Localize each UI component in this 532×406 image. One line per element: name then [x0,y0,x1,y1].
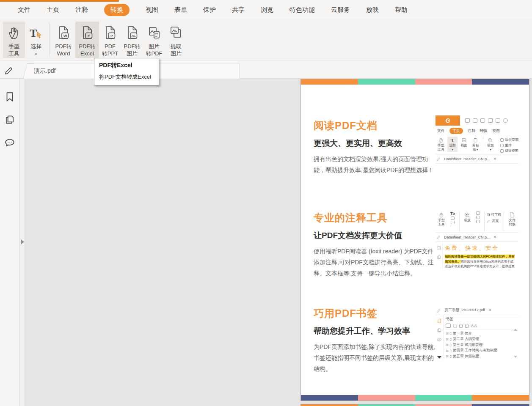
bookmarks-panel-button[interactable] [0,90,19,104]
panel-expand-handle[interactable] [21,239,24,244]
bookmark-item: ⊞▯ 第五章 休假制度 [446,354,518,359]
bookmark-item: ⊞▯ 第二章 入职管理 [446,337,518,343]
bookmarks-panel-toolbar: A A [446,324,518,328]
section-annotation-tools: 专业的注释工具 让PDF文档发挥更大价值 使用福昕PDF阅读器 (foxit r… [314,211,441,279]
svg-text:P: P [110,34,113,38]
hand-tool-button[interactable]: 手型 工具 [3,22,25,58]
section-body: 拥有出色的文档渲染效果,强大的页面管理功能，帮助提升效率,是您阅读PDF的理想选… [314,154,438,176]
pages-icon [437,255,441,260]
mini-tab-close-icon: × [494,235,496,239]
pdf-to-image-icon [121,23,143,43]
toolbar-separator [49,22,50,57]
pdf-to-word-button[interactable]: W PDF转 Word [52,22,75,58]
menu-file[interactable]: 文件 [18,6,30,14]
mini-view-options: 适合页面 重排 旋转视图 [500,137,518,153]
stripe-salmon [358,395,415,401]
bookmark-item: ⊞▯ 第一章 简介 [446,331,518,337]
mini-tab-row: Datasheet_Reader_CN.p... × [436,233,518,242]
scroll-up-icon [514,329,517,331]
stripe-navy [472,404,529,406]
section-subtitle: 让PDF文档发挥更大价值 [314,230,441,241]
section-subtitle: 帮助您提升工作、学习效率 [314,326,441,337]
stripe-orange [472,395,529,401]
ribbon-toolbar: 手型 工具 T 选择 ▾ W PDF转 Word E PD [0,19,532,60]
mini-toolbar-separator [498,137,498,153]
print-icon [480,118,485,123]
mini-sidebar-rail [436,242,443,269]
extract-image-button[interactable]: 提取 图片 [165,22,187,58]
save-icon [473,118,477,123]
menu-protect[interactable]: 保护 [203,6,216,14]
svg-text:W: W [63,34,67,38]
bookmark-item: ⊞▯ 第四章 工作时间与考勤制度 [446,348,518,354]
menu-convert-active[interactable]: 转换 [104,4,130,16]
mini-toolbar: 手型工具 Tb 缩放 TI打 [436,210,518,233]
select-tool-button[interactable]: T 选择 ▾ [25,22,47,58]
menu-share[interactable]: 共享 [232,6,245,14]
section-bookmarks: 巧用PDF书签 帮助您提升工作、学习效率 为PDF页面添加书签,除了实现内容的快… [314,307,441,374]
pdf-to-excel-button[interactable]: E PDF转 Excel [75,22,99,58]
folder-icon [465,118,470,123]
body-text: 企业和政府机构的PDF查看需求而设计，提供批量 [445,264,515,268]
stripe-navy [472,79,529,85]
bookmark-item: ⊞▯ 第三章 试用期管理 [446,342,518,348]
mini-tab-row: 员工手册_20120917.pdf × [436,306,518,315]
screenshot-bookmarks-ui: 员工手册_20120917.pdf × 书签 [436,306,518,364]
menu-comment[interactable]: 注释 [75,6,88,14]
menu-browse[interactable]: 浏览 [261,6,273,14]
mini-select-stack: Tb [448,211,458,224]
mini-bookmarks-layout: 书签 A A ⊞▯ 第一章 简介 ⊞▯ [436,315,518,359]
section-title: 巧用PDF书签 [314,307,441,320]
stripe-teal [415,395,472,401]
menu-help[interactable]: 帮助 [395,6,408,14]
menu-form[interactable]: 表单 [174,6,187,14]
page-bottom-stripes [301,395,529,401]
mini-snapshot-tool: 截图 [459,137,469,148]
pdf-page-1: 阅读PDF文档 更强大、更实用、更高效 拥有出色的文档渲染效果,强大的页面管理功… [300,79,529,401]
highlighted-text: 填写表单。 [445,260,461,263]
menu-view[interactable]: 视图 [146,6,158,14]
comments-panel-button[interactable] [0,135,19,150]
image-to-pdf-button[interactable]: 图片 转PDF [143,22,165,58]
edit-pencil-icon[interactable] [4,65,14,77]
menu-cloud[interactable]: 云服务 [331,6,350,14]
pdf-to-image-button[interactable]: PDF转 图片 [121,22,143,58]
section-body: 使用福昕PDF阅读器 (foxit reader) 为PDF文件添加注释,可对P… [314,246,438,279]
screenshot-annotation-ui: 手型工具 Tb 缩放 TI打 [436,210,518,270]
screenshot-reader-ui: G 文件 主页 注释 转换 视图 手 [436,115,518,171]
pages-panel-button[interactable] [0,112,19,127]
mini-menu-row: 文件 主页 注释 转换 视图 [436,126,518,135]
mini-bookmarks-panel: 书签 A A ⊞▯ 第一章 简介 ⊞▯ [444,315,518,359]
mini-toolbar: 手型工具 T 选择▾ 截图 剪贴板▾ 缩放▾ [436,135,518,154]
mini-comment-tools: TI打字机 高亮 [487,211,501,223]
section-title: 阅读PDF文档 [314,119,441,132]
mini-page-text: 免费、快速、安全 福昕阅读器是一款功能强大的PDF阅读软件，具有 填写表单。福昕… [443,242,518,269]
mini-tab-close-icon: × [489,308,491,313]
mini-menu-view: 视图 [492,128,500,134]
mini-page-ops-stack [474,211,482,223]
mini-titlebar: G [436,115,518,126]
bookmarks-panel-title: 书签 [446,316,518,322]
menu-present[interactable]: 放映 [366,6,379,14]
mini-tab-title: Datasheet_Reader_CN.p... [444,235,490,239]
undo-icon [503,118,508,123]
pdf-to-ppt-button[interactable]: P PDF 转PPT [99,22,121,58]
mini-tab-title: 员工手册_20120917.pdf [444,307,485,313]
menu-features[interactable]: 特色功能 [289,6,315,14]
section-title: 专业的注释工具 [314,211,441,225]
highlighted-text: 福昕阅读器是一款功能强大的PDF阅读软件，具有 [445,255,515,258]
bookmark-op-icon [453,324,457,328]
tooltip-title: PDF转Excel [99,62,154,69]
add-bookmark-icon [459,324,463,328]
mini-quick-icons [465,118,508,123]
body-text: 福昕阅读器采用Office风格的选项卡式 [461,260,513,263]
document-view-area[interactable]: 阅读PDF文档 更强大、更实用、更高效 拥有出色的文档渲染效果,强大的页面管理功… [25,79,532,406]
mini-menu-file: 文件 [437,128,445,134]
pdf-page-2 [300,404,529,406]
stripe-orange [301,79,358,85]
mini-tab-close-icon: × [494,156,496,161]
expand-all-icon [446,324,451,328]
bookmarks-tree: ⊞▯ 第一章 简介 ⊞▯ 第二章 入职管理 ⊞▯ 第三章 试用期管理 ⊞▯ 第四… [446,329,518,359]
hand-icon [3,23,25,43]
menu-home[interactable]: 主页 [47,6,59,14]
